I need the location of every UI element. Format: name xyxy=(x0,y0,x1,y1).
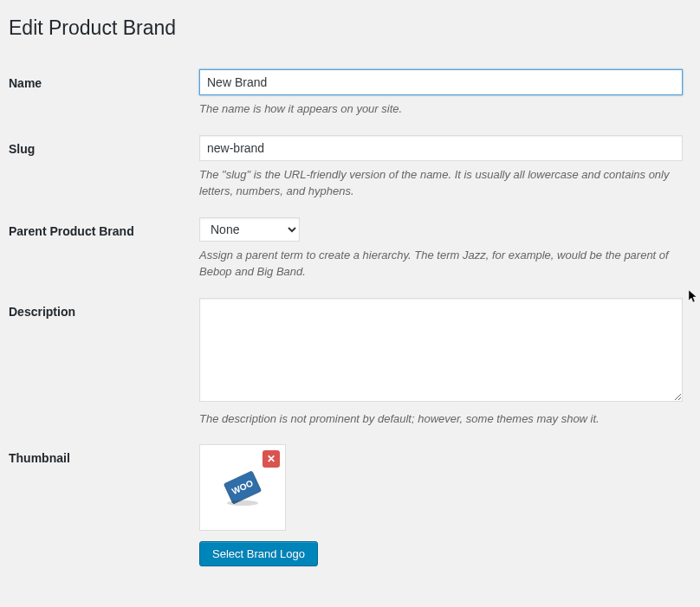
parent-description: Assign a parent term to create a hierarc… xyxy=(199,247,683,281)
name-description: The name is how it appears on your site. xyxy=(199,100,683,118)
slug-description: The "slug" is the URL-friendly version o… xyxy=(199,166,683,200)
name-input[interactable] xyxy=(199,69,683,95)
woo-logo-icon: WOO xyxy=(215,460,270,515)
slug-input[interactable] xyxy=(199,135,683,161)
page-title: Edit Product Brand xyxy=(9,9,683,43)
name-label: Name xyxy=(9,69,199,118)
description-hint: The description is not prominent by defa… xyxy=(199,410,683,428)
slug-label: Slug xyxy=(9,135,199,200)
thumbnail-label: Thumbnail xyxy=(9,444,199,566)
edit-brand-form: Name The name is how it appears on your … xyxy=(9,69,683,566)
cursor-icon xyxy=(689,290,699,307)
description-label: Description xyxy=(9,298,199,428)
thumbnail-container: ✕ WOO xyxy=(199,444,286,531)
remove-thumbnail-button[interactable]: ✕ xyxy=(262,450,280,468)
parent-label: Parent Product Brand xyxy=(9,217,199,281)
close-icon: ✕ xyxy=(267,454,275,464)
parent-select[interactable]: None xyxy=(199,217,300,242)
svg-point-3 xyxy=(227,500,258,506)
description-textarea[interactable] xyxy=(199,298,683,402)
select-brand-logo-button[interactable]: Select Brand Logo xyxy=(199,541,318,566)
